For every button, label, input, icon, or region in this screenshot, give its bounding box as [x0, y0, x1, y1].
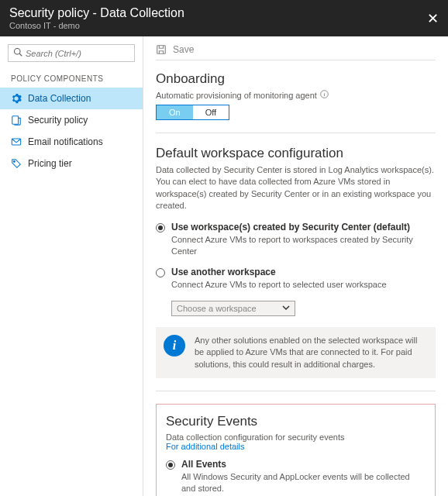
events-details-link[interactable]: For additional details — [166, 442, 426, 451]
workspace-select[interactable]: Choose a workspace — [171, 301, 295, 316]
events-title: Security Events — [166, 414, 426, 429]
sidebar-item-email-notifications[interactable]: Email notifications — [0, 131, 143, 153]
radio-icon — [156, 223, 165, 232]
sidebar-item-label: Pricing tier — [28, 158, 72, 169]
toggle-off[interactable]: Off — [193, 105, 229, 119]
divider — [156, 133, 436, 133]
gear-icon — [11, 93, 22, 104]
search-input[interactable] — [26, 49, 129, 58]
callout-text: Any other solutions enabled on the selec… — [195, 335, 428, 370]
svg-point-0 — [15, 49, 21, 55]
policy-icon — [11, 115, 22, 126]
events-option-all-desc: All Windows Security and AppLocker event… — [181, 471, 426, 495]
info-icon[interactable]: i — [320, 90, 329, 100]
radio-icon — [166, 460, 175, 470]
onboarding-title: Onboarding — [156, 71, 436, 87]
toolbar: Save — [156, 44, 436, 60]
sidebar-item-security-policy[interactable]: Security policy — [0, 109, 143, 131]
sidebar-heading: POLICY COMPONENTS — [0, 74, 143, 88]
divider — [156, 391, 436, 391]
security-events-section: Security Events Data collection configur… — [156, 404, 436, 496]
workspace-section: Default workspace configuration Data col… — [156, 146, 436, 378]
search-box[interactable] — [8, 44, 135, 62]
save-button[interactable]: Save — [156, 44, 194, 55]
radio-icon — [156, 268, 165, 277]
svg-point-4 — [14, 161, 16, 163]
tag-icon — [11, 158, 22, 169]
svg-rect-2 — [12, 116, 19, 125]
page-subtitle: Contoso IT - demo — [9, 21, 184, 30]
main-content: Save Onboarding Automatic provisioning o… — [143, 36, 448, 496]
save-icon — [156, 44, 167, 55]
workspace-option-default[interactable]: Use workspace(s) created by Security Cen… — [156, 222, 436, 232]
mail-icon — [11, 136, 22, 147]
sidebar-item-label: Security policy — [28, 115, 88, 126]
sidebar-item-label: Data Collection — [28, 93, 91, 104]
workspace-option-another-desc: Connect Azure VMs to report to selected … — [171, 279, 436, 291]
onboarding-subtitle: Automatic provisioning of monitoring age… — [156, 90, 436, 100]
onboarding-section: Onboarding Automatic provisioning of mon… — [156, 71, 436, 120]
workspace-desc: Data collected by Security Center is sto… — [156, 164, 436, 212]
sidebar-item-pricing-tier[interactable]: Pricing tier — [0, 153, 143, 174]
sidebar: POLICY COMPONENTS Data Collection Securi… — [0, 36, 143, 496]
events-desc: Data collection configuration for securi… — [166, 432, 426, 442]
sidebar-item-data-collection[interactable]: Data Collection — [0, 88, 143, 109]
toggle-on[interactable]: On — [157, 105, 193, 119]
search-icon — [13, 47, 22, 59]
info-icon: i — [164, 335, 185, 356]
svg-rect-5 — [157, 46, 166, 54]
sidebar-item-label: Email notifications — [28, 136, 103, 147]
svg-text:i: i — [323, 91, 325, 97]
close-icon[interactable]: ✕ — [427, 10, 439, 27]
provisioning-toggle: On Off — [156, 105, 229, 120]
events-option-all[interactable]: All Events — [166, 459, 426, 470]
info-callout: i Any other solutions enabled on the sel… — [156, 327, 436, 378]
workspace-title: Default workspace configuration — [156, 146, 436, 161]
svg-line-1 — [19, 53, 22, 56]
panel-header: Security policy - Data Collection Contos… — [0, 0, 448, 36]
workspace-option-another[interactable]: Use another workspace — [156, 267, 436, 277]
page-title: Security policy - Data Collection — [9, 6, 184, 20]
chevron-down-icon — [282, 304, 290, 313]
workspace-option-default-desc: Connect Azure VMs to report to workspace… — [171, 234, 436, 258]
